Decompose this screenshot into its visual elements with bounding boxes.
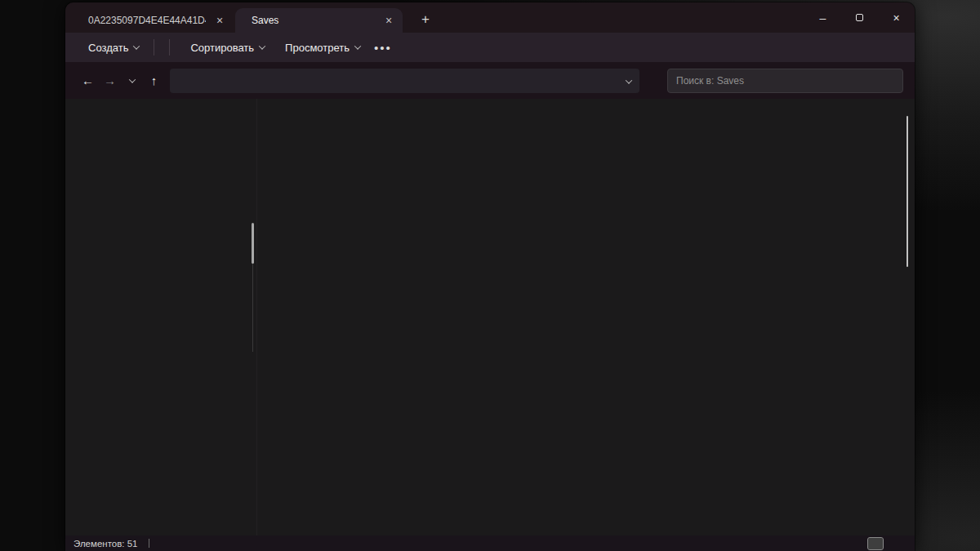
view-button[interactable]: Просмотреть: [272, 38, 368, 58]
sort-button[interactable]: Сортировать: [177, 38, 272, 58]
explorer-tab-guid-folder[interactable]: 0A2235097D4E4E44A41D43E51 ×: [72, 8, 234, 33]
view-toggles: [868, 538, 906, 549]
search-placeholder: Поиск в: Saves: [676, 75, 894, 87]
up-button[interactable]: ↑: [143, 69, 165, 91]
details-view-toggle[interactable]: [868, 538, 883, 549]
new-tab-button[interactable]: +: [415, 10, 436, 29]
breadcrumb[interactable]: [170, 69, 639, 93]
large-icons-view-toggle[interactable]: [885, 538, 900, 549]
titlebar: 0A2235097D4E4E44A41D43E51 × Saves × + – …: [65, 2, 915, 33]
chevron-down-icon: [133, 42, 140, 49]
explorer-tab-saves[interactable]: Saves ×: [235, 8, 403, 33]
tab-label: Saves: [252, 15, 375, 26]
items-count: Элементов: 51: [74, 539, 137, 549]
chevron-down-icon: [128, 76, 135, 82]
pinned-items-redacted: [65, 99, 256, 101]
refresh-button[interactable]: [644, 69, 667, 92]
address-dropdown-button[interactable]: [626, 75, 631, 87]
more-options-button[interactable]: •••: [368, 41, 399, 55]
forward-button[interactable]: →: [99, 69, 121, 91]
window-controls: – ×: [804, 2, 915, 33]
recent-locations-button[interactable]: [121, 69, 143, 91]
screenshot-stage: 0A2235097D4E4E44A41D43E51 × Saves × + – …: [0, 0, 980, 551]
search-input[interactable]: Поиск в: Saves: [667, 69, 903, 93]
tab-close-icon[interactable]: ×: [212, 13, 227, 28]
address-bar-row: ← → ↑ Поиск в: Saves: [65, 62, 915, 99]
file-list-scrollbar[interactable]: [906, 116, 909, 267]
close-button[interactable]: ×: [878, 2, 915, 33]
chevron-down-icon: [259, 42, 265, 49]
toolbar-divider: [169, 39, 170, 56]
chevron-down-icon: [354, 42, 361, 49]
sidebar-scrollbar-track: [252, 264, 253, 352]
content-area: [65, 99, 915, 535]
maximize-icon: [856, 14, 863, 21]
file-list-pane: [257, 99, 915, 535]
column-headers: [257, 99, 915, 122]
minimize-button[interactable]: –: [804, 2, 841, 33]
chevron-down-icon: [626, 77, 632, 83]
back-button[interactable]: ←: [77, 69, 99, 91]
tab-label: 0A2235097D4E4E44A41D43E51: [88, 15, 206, 26]
command-bar: Создать Сортировать Просмотреть •••: [65, 33, 915, 62]
status-divider: [149, 539, 149, 548]
toolbar-divider: [154, 39, 154, 56]
sidebar-scrollbar[interactable]: [252, 223, 254, 264]
tab-close-icon[interactable]: ×: [381, 13, 396, 28]
file-explorer-window: 0A2235097D4E4E44A41D43E51 × Saves × + – …: [65, 2, 915, 551]
status-bar: Элементов: 51: [65, 535, 915, 551]
navigation-pane: [65, 99, 257, 535]
new-button[interactable]: Создать: [75, 38, 146, 58]
maximize-button[interactable]: [841, 2, 878, 33]
